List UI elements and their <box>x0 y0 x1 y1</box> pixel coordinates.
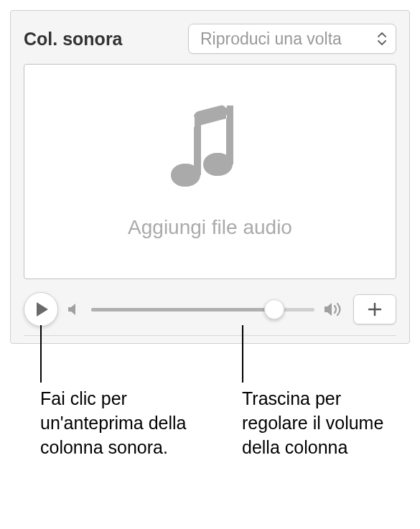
play-button[interactable] <box>24 292 58 327</box>
playback-mode-dropdown[interactable]: Riproduci una volta <box>188 24 396 54</box>
callout-play-text: Fai clic per un'anteprima della colonna … <box>40 387 205 459</box>
callout-line-volume <box>242 325 243 383</box>
volume-slider[interactable] <box>91 308 314 312</box>
divider <box>24 335 396 336</box>
playback-mode-label: Riproduci una volta <box>200 29 370 49</box>
controls-row <box>24 289 396 334</box>
audio-drop-area[interactable]: Aggiungi file audio <box>24 64 396 279</box>
add-button[interactable] <box>353 294 396 324</box>
volume-slider-thumb[interactable] <box>264 299 284 319</box>
volume-high-icon <box>323 301 345 318</box>
chevron-up-down-icon <box>377 32 387 45</box>
panel-title: Col. sonora <box>24 29 123 50</box>
drop-area-text: Aggiungi file audio <box>128 216 292 239</box>
header-row: Col. sonora Riproduci una volta <box>24 24 396 54</box>
play-icon <box>35 301 50 317</box>
plus-icon <box>367 301 383 317</box>
callout-volume-text: Trascina per regolare il volume della co… <box>242 387 407 459</box>
volume-slider-fill <box>91 308 274 312</box>
music-note-icon <box>171 104 250 200</box>
volume-low-icon <box>67 301 83 317</box>
svg-rect-3 <box>227 106 233 164</box>
callout-line-play <box>40 325 42 383</box>
soundtrack-panel: Col. sonora Riproduci una volta Aggiungi… <box>10 10 410 344</box>
